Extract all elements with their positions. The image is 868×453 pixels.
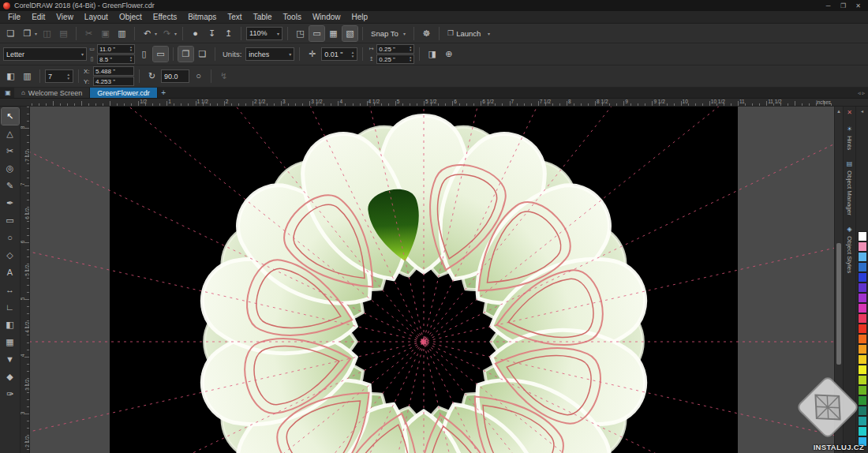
shape-tool[interactable]: △ <box>2 125 19 142</box>
palette-color[interactable] <box>858 303 867 313</box>
docker-close-icon[interactable]: ✕ <box>845 109 855 118</box>
rotate-icon[interactable]: ↻ <box>144 69 159 84</box>
show-grid-button[interactable]: ▦ <box>326 26 341 41</box>
object-position-field-1[interactable]: 4.253 " <box>93 77 134 86</box>
ellipse-tool[interactable]: ○ <box>2 230 19 246</box>
palette-color[interactable] <box>858 334 867 344</box>
export-button[interactable]: ↥ <box>221 26 236 41</box>
menu-bitmaps[interactable]: Bitmaps <box>182 11 222 23</box>
units-select[interactable]: inches▾ <box>245 47 294 61</box>
parallel-dimension-tool[interactable]: ↔ <box>2 282 19 298</box>
launch-dropdown[interactable]: ❐Launch▾ <box>444 27 493 40</box>
horizontal-ruler[interactable]: 1/211 1/222 1/233 1/244 1/255 1/266 1/27… <box>0 99 868 107</box>
spinner-icon[interactable]: ▲▼ <box>129 56 133 62</box>
open-dropdown-arrow-icon[interactable]: ▾ <box>35 31 37 36</box>
palette-color[interactable] <box>858 262 867 272</box>
page-dimensions-field-1[interactable]: 8.5 "▲▼ <box>97 54 135 64</box>
redo-button[interactable]: ↷ <box>159 26 174 41</box>
palette-color[interactable] <box>858 324 867 334</box>
scroll-up-icon[interactable]: ▲ <box>835 107 843 115</box>
menu-effects[interactable]: Effects <box>148 11 182 23</box>
apply-to-duplicate-button[interactable]: ↯ <box>216 69 231 84</box>
menu-edit[interactable]: Edit <box>26 11 51 23</box>
menu-object[interactable]: Object <box>114 11 148 23</box>
minimize-button[interactable]: ─ <box>821 1 835 11</box>
close-button[interactable]: ✕ <box>851 1 865 11</box>
options-button[interactable]: ☸ <box>419 26 434 41</box>
show-rulers-button[interactable]: ▭ <box>309 26 324 41</box>
interactive-fill-tool[interactable]: ◧ <box>2 316 19 333</box>
show-guidelines-button[interactable]: ▧ <box>342 26 357 41</box>
docker-tab-object-manager[interactable]: ▤Object Manager <box>846 158 853 218</box>
tab-greenflower[interactable]: GreenFlower.cdr <box>90 88 158 98</box>
cut-button[interactable]: ✂ <box>81 26 96 41</box>
palette-color[interactable] <box>858 385 867 395</box>
palette-color[interactable] <box>858 313 867 324</box>
menu-window[interactable]: Window <box>307 11 346 23</box>
portrait-button[interactable]: ▯ <box>137 47 152 62</box>
scrollbar-thumb[interactable] <box>836 243 841 365</box>
open-button[interactable]: ❐ <box>20 26 35 41</box>
polygon-tool[interactable]: ◇ <box>2 247 19 264</box>
connector-tool[interactable]: ∟ <box>2 299 19 316</box>
palette-color[interactable] <box>858 354 867 365</box>
paste-button[interactable]: ▥ <box>114 26 129 41</box>
maximize-button[interactable]: ❐ <box>836 1 850 11</box>
spinner-icon[interactable]: ▲▼ <box>409 46 412 52</box>
new-document-button[interactable]: ❏ <box>3 26 18 41</box>
palette-color[interactable] <box>858 241 867 252</box>
crop-tool[interactable]: ✂ <box>2 143 19 159</box>
menu-file[interactable]: File <box>2 11 26 23</box>
palette-color[interactable] <box>858 272 867 283</box>
artistic-media-tool[interactable]: ✒ <box>2 195 19 212</box>
menu-help[interactable]: Help <box>346 11 374 23</box>
menu-table[interactable]: Table <box>248 11 278 23</box>
smart-fill-tool[interactable]: ◆ <box>2 369 19 385</box>
menu-view[interactable]: View <box>51 11 79 23</box>
print-button[interactable]: ▤ <box>56 26 71 41</box>
zoom-tool[interactable]: ◎ <box>2 160 19 177</box>
nudge-distance-field[interactable]: 0.01 "▲▼ <box>321 47 357 61</box>
vertical-ruler[interactable]: 87 1/276 1/265 1/254 1/243 1/232 1/2 <box>21 107 30 453</box>
search-content-button[interactable]: ● <box>188 26 203 41</box>
copy-button[interactable]: ▣ <box>98 26 113 41</box>
page-dimensions-field-0[interactable]: 11.0 "▲▼ <box>97 44 135 54</box>
spinner-icon[interactable]: ▲▼ <box>409 56 412 62</box>
snap-toggle-icon[interactable]: ◧ <box>3 69 18 84</box>
redo-dropdown-arrow-icon[interactable]: ▾ <box>174 31 177 36</box>
ellipse-state-icon[interactable]: ○ <box>191 69 206 84</box>
palette-color[interactable] <box>858 344 867 354</box>
all-pages-button[interactable]: ❐ <box>178 47 193 62</box>
menu-tools[interactable]: Tools <box>278 11 307 23</box>
full-screen-preview-button[interactable]: ◳ <box>293 26 308 41</box>
palette-color[interactable] <box>858 426 867 436</box>
rotation-angle-field[interactable]: 90.0 <box>161 69 189 83</box>
text-tool[interactable]: A <box>2 264 19 281</box>
palette-color[interactable] <box>858 406 867 416</box>
object-position-field-0[interactable]: 5.488 " <box>93 66 134 76</box>
spinner-icon[interactable]: ▲▼ <box>67 73 70 80</box>
nudge-distance-icon[interactable]: ✛ <box>305 47 320 62</box>
treat-as-filled-button[interactable]: ◨ <box>425 47 440 62</box>
quick-customize-button[interactable]: ⊕ <box>441 47 456 62</box>
snap-to-dropdown[interactable]: Snap To▾ <box>368 27 409 40</box>
spinner-icon[interactable]: ▲▼ <box>129 46 133 52</box>
duplicate-distance-field-0[interactable]: 0.25 "▲▼ <box>376 44 414 54</box>
undo-button[interactable]: ↶ <box>140 26 155 41</box>
palette-color[interactable] <box>858 436 867 447</box>
palette-color[interactable] <box>858 283 867 293</box>
copies-field[interactable]: 7▲▼ <box>45 69 73 83</box>
page-size-select[interactable]: Letter▾ <box>3 47 87 61</box>
new-tab-button[interactable]: + <box>158 88 170 98</box>
palette-color[interactable] <box>858 365 867 375</box>
palette-color[interactable] <box>858 395 867 406</box>
outline-pen-tool[interactable]: ✑ <box>2 386 19 402</box>
rectangle-tool[interactable]: ▭ <box>2 212 19 229</box>
palette-color[interactable] <box>858 416 867 426</box>
pick-tool[interactable]: ↖ <box>2 108 19 125</box>
freehand-tool[interactable]: ✎ <box>2 178 19 194</box>
canvas-area[interactable] <box>30 107 834 453</box>
import-button[interactable]: ↧ <box>204 26 219 41</box>
drawing-canvas[interactable] <box>30 107 834 453</box>
docker-tab-object-styles[interactable]: ◈Object Styles <box>846 223 853 275</box>
